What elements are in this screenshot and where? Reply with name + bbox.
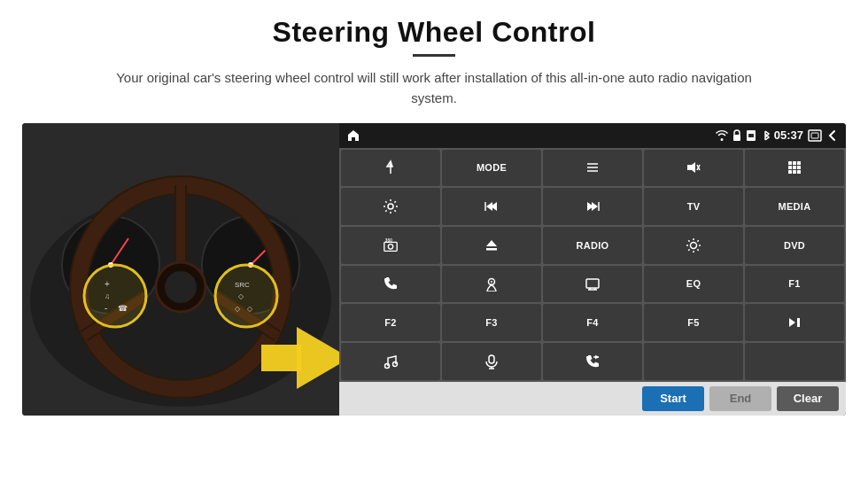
svg-line-73 <box>688 249 689 250</box>
svg-rect-36 <box>811 133 818 138</box>
empty2-btn[interactable] <box>745 343 844 380</box>
bottom-bar: Start End Clear <box>339 382 846 416</box>
f4-btn[interactable]: F4 <box>543 304 642 341</box>
svg-rect-84 <box>489 355 494 363</box>
svg-line-71 <box>697 249 698 250</box>
status-bar: 05:37 <box>339 123 846 148</box>
tv-btn[interactable]: TV <box>644 188 743 225</box>
mic-btn[interactable] <box>442 343 541 380</box>
end-button[interactable]: End <box>709 386 771 411</box>
svg-point-82 <box>385 363 390 368</box>
svg-rect-44 <box>788 161 792 165</box>
svg-point-25 <box>215 265 277 327</box>
page-subtitle: Your original car's steering wheel contr… <box>115 67 753 109</box>
title-divider <box>413 54 455 57</box>
status-left <box>346 128 360 143</box>
status-time: 05:37 <box>774 128 803 142</box>
svg-point-19 <box>84 265 146 327</box>
dvd-btn[interactable]: DVD <box>745 227 844 264</box>
svg-text:☎: ☎ <box>118 304 128 313</box>
svg-line-70 <box>688 240 689 241</box>
screen-btn[interactable] <box>543 266 642 303</box>
music-btn[interactable] <box>341 343 440 380</box>
empty1-btn[interactable] <box>644 343 743 380</box>
start-button[interactable]: Start <box>642 386 704 411</box>
next-btn[interactable] <box>543 188 642 225</box>
status-icons: 05:37 <box>716 128 839 142</box>
svg-text:360: 360 <box>385 238 393 243</box>
svg-marker-80 <box>789 318 795 327</box>
svg-rect-50 <box>788 170 792 174</box>
svg-rect-76 <box>586 279 599 288</box>
svg-text:-: - <box>105 303 107 313</box>
svg-rect-31 <box>261 345 301 371</box>
brightness-btn[interactable] <box>644 227 743 264</box>
svg-point-61 <box>388 244 392 248</box>
list-btn[interactable] <box>543 150 642 187</box>
svg-point-65 <box>691 242 697 248</box>
nav-btn[interactable] <box>341 150 440 187</box>
svg-text:+: + <box>105 279 110 289</box>
svg-text:◇: ◇ <box>238 292 244 300</box>
svg-text:SRC: SRC <box>235 281 250 289</box>
svg-rect-35 <box>809 130 821 141</box>
f5-btn[interactable]: F5 <box>644 304 743 341</box>
f2-btn[interactable]: F2 <box>341 304 440 341</box>
svg-rect-81 <box>797 318 800 327</box>
svg-line-72 <box>697 240 698 241</box>
svg-rect-51 <box>793 170 796 174</box>
svg-point-53 <box>388 204 393 209</box>
f1-btn[interactable]: F1 <box>745 266 844 303</box>
svg-marker-63 <box>486 240 497 246</box>
home-icon <box>346 128 360 143</box>
svg-rect-34 <box>748 134 754 137</box>
button-grid: MODE TV <box>339 148 846 382</box>
content-row: + ♫ - ☎ SRC ◇ ◇ ◇ <box>22 123 846 416</box>
svg-point-83 <box>393 362 398 366</box>
mute-btn[interactable] <box>644 150 743 187</box>
apps-btn[interactable] <box>745 150 844 187</box>
page-wrapper: Steering Wheel Control Your original car… <box>0 0 868 482</box>
phone-btn[interactable] <box>341 266 440 303</box>
svg-point-75 <box>491 281 492 283</box>
svg-rect-47 <box>788 166 792 169</box>
steering-wheel-image: + ♫ - ☎ SRC ◇ ◇ ◇ <box>22 123 339 416</box>
playpause-btn[interactable] <box>745 304 844 341</box>
clear-button[interactable]: Clear <box>777 386 839 411</box>
eject-btn[interactable] <box>442 227 541 264</box>
svg-rect-52 <box>797 170 801 174</box>
svg-text:◇: ◇ <box>247 305 253 313</box>
control-panel: 05:37 MODE <box>339 123 846 416</box>
mode-btn[interactable]: MODE <box>442 150 541 187</box>
f3-btn[interactable]: F3 <box>442 304 541 341</box>
settings-btn[interactable] <box>341 188 440 225</box>
svg-rect-60 <box>384 242 397 251</box>
page-title: Steering Wheel Control <box>273 16 596 49</box>
svg-rect-49 <box>797 166 801 169</box>
svg-rect-64 <box>486 248 497 251</box>
radio-btn[interactable]: RADIO <box>543 227 642 264</box>
cam360-btn[interactable]: 360 <box>341 227 440 264</box>
svg-text:◇: ◇ <box>235 305 241 313</box>
phone-answer-btn[interactable] <box>543 343 642 380</box>
svg-rect-48 <box>793 166 796 169</box>
prev-btn[interactable] <box>442 188 541 225</box>
eq-btn[interactable]: EQ <box>644 266 743 303</box>
svg-rect-32 <box>733 135 740 141</box>
svg-point-17 <box>165 271 197 303</box>
svg-rect-45 <box>793 161 796 165</box>
svg-rect-46 <box>797 161 801 165</box>
svg-marker-41 <box>687 162 695 173</box>
svg-text:♫: ♫ <box>105 292 110 300</box>
media-btn[interactable]: MEDIA <box>745 188 844 225</box>
nav2-btn[interactable] <box>442 266 541 303</box>
